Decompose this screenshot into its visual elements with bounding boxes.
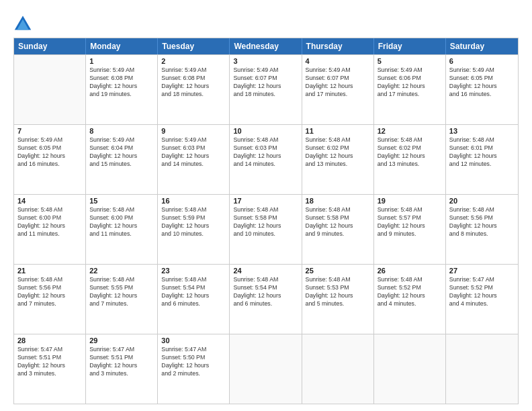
- cal-row-2: 14Sunrise: 5:48 AM Sunset: 6:00 PM Dayli…: [14, 194, 518, 264]
- cal-cell: 9Sunrise: 5:49 AM Sunset: 6:03 PM Daylig…: [158, 125, 230, 194]
- cell-info: Sunrise: 5:48 AM Sunset: 6:00 PM Dayligh…: [17, 206, 82, 238]
- cal-cell: 12Sunrise: 5:48 AM Sunset: 6:02 PM Dayli…: [374, 125, 446, 194]
- logo: [13, 13, 35, 32]
- cal-cell: 1Sunrise: 5:49 AM Sunset: 6:08 PM Daylig…: [86, 55, 158, 124]
- cal-cell: 7Sunrise: 5:49 AM Sunset: 6:05 PM Daylig…: [14, 125, 86, 194]
- cell-info: Sunrise: 5:48 AM Sunset: 5:52 PM Dayligh…: [378, 276, 442, 308]
- cal-cell: 15Sunrise: 5:48 AM Sunset: 6:00 PM Dayli…: [86, 195, 158, 264]
- calendar-body: 1Sunrise: 5:49 AM Sunset: 6:08 PM Daylig…: [14, 54, 518, 404]
- cell-info: Sunrise: 5:48 AM Sunset: 6:02 PM Dayligh…: [378, 136, 442, 169]
- cal-cell: 13Sunrise: 5:48 AM Sunset: 6:01 PM Dayli…: [446, 125, 518, 194]
- cell-day-number: 1: [89, 57, 154, 65]
- cell-info: Sunrise: 5:49 AM Sunset: 6:06 PM Dayligh…: [378, 66, 442, 99]
- cell-day-number: 18: [306, 197, 370, 205]
- cal-header-wednesday: Wednesday: [230, 38, 302, 54]
- cal-cell: [230, 334, 302, 404]
- cell-day-number: 23: [161, 267, 226, 275]
- cell-info: Sunrise: 5:48 AM Sunset: 5:53 PM Dayligh…: [306, 276, 370, 308]
- cal-cell: 25Sunrise: 5:48 AM Sunset: 5:53 PM Dayli…: [302, 265, 374, 334]
- cell-day-number: 12: [378, 127, 442, 135]
- page-header: [13, 11, 519, 32]
- cell-day-number: 4: [306, 57, 370, 65]
- cal-cell: 24Sunrise: 5:48 AM Sunset: 5:54 PM Dayli…: [230, 265, 302, 334]
- cal-header-friday: Friday: [374, 38, 446, 54]
- cal-cell: 26Sunrise: 5:48 AM Sunset: 5:52 PM Dayli…: [374, 265, 446, 334]
- cell-info: Sunrise: 5:48 AM Sunset: 5:57 PM Dayligh…: [378, 206, 442, 238]
- cal-row-1: 7Sunrise: 5:49 AM Sunset: 6:05 PM Daylig…: [14, 124, 518, 194]
- cell-info: Sunrise: 5:48 AM Sunset: 5:56 PM Dayligh…: [17, 276, 82, 308]
- cal-cell: 17Sunrise: 5:48 AM Sunset: 5:58 PM Dayli…: [230, 195, 302, 264]
- cell-info: Sunrise: 5:49 AM Sunset: 6:03 PM Dayligh…: [161, 136, 226, 169]
- cal-row-4: 28Sunrise: 5:47 AM Sunset: 5:51 PM Dayli…: [14, 334, 518, 404]
- cell-day-number: 26: [378, 267, 442, 275]
- cal-cell: 10Sunrise: 5:48 AM Sunset: 6:03 PM Dayli…: [230, 125, 302, 194]
- cal-header-sunday: Sunday: [14, 38, 86, 54]
- cell-info: Sunrise: 5:48 AM Sunset: 6:03 PM Dayligh…: [233, 136, 298, 169]
- cell-day-number: 17: [233, 197, 298, 205]
- cell-info: Sunrise: 5:48 AM Sunset: 6:02 PM Dayligh…: [306, 136, 370, 169]
- cell-day-number: 24: [233, 267, 298, 275]
- cell-day-number: 16: [161, 197, 226, 205]
- cal-cell: [14, 55, 86, 124]
- cal-row-3: 21Sunrise: 5:48 AM Sunset: 5:56 PM Dayli…: [14, 264, 518, 334]
- cal-cell: 14Sunrise: 5:48 AM Sunset: 6:00 PM Dayli…: [14, 195, 86, 264]
- cell-day-number: 3: [233, 57, 298, 65]
- cell-info: Sunrise: 5:48 AM Sunset: 5:58 PM Dayligh…: [306, 206, 370, 238]
- cell-info: Sunrise: 5:49 AM Sunset: 6:08 PM Dayligh…: [89, 66, 154, 99]
- calendar-header-row: SundayMondayTuesdayWednesdayThursdayFrid…: [14, 38, 518, 54]
- cell-day-number: 6: [449, 57, 515, 65]
- logo-icon: [13, 13, 32, 32]
- cell-day-number: 2: [161, 57, 226, 65]
- cal-cell: 19Sunrise: 5:48 AM Sunset: 5:57 PM Dayli…: [374, 195, 446, 264]
- cell-day-number: 8: [89, 127, 154, 135]
- cell-day-number: 11: [306, 127, 370, 135]
- cal-cell: 4Sunrise: 5:49 AM Sunset: 6:07 PM Daylig…: [302, 55, 374, 124]
- cell-info: Sunrise: 5:48 AM Sunset: 5:56 PM Dayligh…: [449, 206, 515, 238]
- cell-day-number: 22: [89, 267, 154, 275]
- cell-info: Sunrise: 5:48 AM Sunset: 5:59 PM Dayligh…: [161, 206, 226, 238]
- cell-day-number: 28: [17, 336, 82, 345]
- cell-info: Sunrise: 5:49 AM Sunset: 6:04 PM Dayligh…: [89, 136, 154, 169]
- cell-day-number: 29: [89, 336, 154, 345]
- cal-row-0: 1Sunrise: 5:49 AM Sunset: 6:08 PM Daylig…: [14, 54, 518, 124]
- cal-header-monday: Monday: [86, 38, 158, 54]
- cal-cell: 29Sunrise: 5:47 AM Sunset: 5:51 PM Dayli…: [86, 334, 158, 404]
- cal-cell: 23Sunrise: 5:48 AM Sunset: 5:54 PM Dayli…: [158, 265, 230, 334]
- cal-header-thursday: Thursday: [302, 38, 374, 54]
- cal-cell: 2Sunrise: 5:49 AM Sunset: 6:08 PM Daylig…: [158, 55, 230, 124]
- cal-cell: [446, 334, 518, 404]
- cell-day-number: 7: [17, 127, 82, 135]
- cell-day-number: 10: [233, 127, 298, 135]
- cell-info: Sunrise: 5:48 AM Sunset: 5:54 PM Dayligh…: [161, 276, 226, 308]
- cell-day-number: 20: [449, 197, 515, 205]
- cell-day-number: 30: [161, 336, 226, 345]
- cell-info: Sunrise: 5:48 AM Sunset: 6:00 PM Dayligh…: [89, 206, 154, 238]
- cell-day-number: 21: [17, 267, 82, 275]
- cal-cell: 16Sunrise: 5:48 AM Sunset: 5:59 PM Dayli…: [158, 195, 230, 264]
- cal-cell: 30Sunrise: 5:47 AM Sunset: 5:50 PM Dayli…: [158, 334, 230, 404]
- cell-info: Sunrise: 5:48 AM Sunset: 6:01 PM Dayligh…: [449, 136, 515, 169]
- cal-cell: 27Sunrise: 5:47 AM Sunset: 5:52 PM Dayli…: [446, 265, 518, 334]
- cell-info: Sunrise: 5:49 AM Sunset: 6:05 PM Dayligh…: [17, 136, 82, 169]
- calendar: SundayMondayTuesdayWednesdayThursdayFrid…: [13, 38, 519, 404]
- cell-day-number: 19: [378, 197, 442, 205]
- cal-cell: 3Sunrise: 5:49 AM Sunset: 6:07 PM Daylig…: [230, 55, 302, 124]
- cell-info: Sunrise: 5:49 AM Sunset: 6:07 PM Dayligh…: [306, 66, 370, 99]
- cell-day-number: 5: [378, 57, 442, 65]
- cal-cell: [302, 334, 374, 404]
- cal-cell: 21Sunrise: 5:48 AM Sunset: 5:56 PM Dayli…: [14, 265, 86, 334]
- cal-cell: 28Sunrise: 5:47 AM Sunset: 5:51 PM Dayli…: [14, 334, 86, 404]
- cell-info: Sunrise: 5:47 AM Sunset: 5:51 PM Dayligh…: [17, 346, 82, 378]
- cell-info: Sunrise: 5:49 AM Sunset: 6:07 PM Dayligh…: [233, 66, 298, 99]
- cal-cell: 8Sunrise: 5:49 AM Sunset: 6:04 PM Daylig…: [86, 125, 158, 194]
- cell-day-number: 15: [89, 197, 154, 205]
- cal-cell: 5Sunrise: 5:49 AM Sunset: 6:06 PM Daylig…: [374, 55, 446, 124]
- cal-cell: 6Sunrise: 5:49 AM Sunset: 6:05 PM Daylig…: [446, 55, 518, 124]
- cell-info: Sunrise: 5:47 AM Sunset: 5:51 PM Dayligh…: [89, 346, 154, 378]
- cell-day-number: 14: [17, 197, 82, 205]
- cell-info: Sunrise: 5:49 AM Sunset: 6:05 PM Dayligh…: [449, 66, 515, 99]
- cell-info: Sunrise: 5:47 AM Sunset: 5:50 PM Dayligh…: [161, 346, 226, 378]
- cell-info: Sunrise: 5:49 AM Sunset: 6:08 PM Dayligh…: [161, 66, 226, 99]
- cell-day-number: 27: [449, 267, 515, 275]
- cal-cell: 18Sunrise: 5:48 AM Sunset: 5:58 PM Dayli…: [302, 195, 374, 264]
